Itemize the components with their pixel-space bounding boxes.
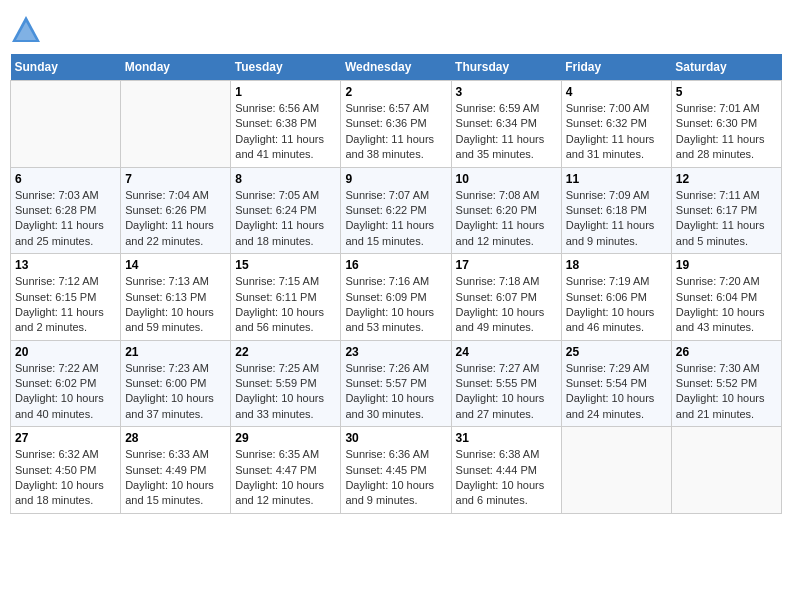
day-info: Sunrise: 7:13 AM Sunset: 6:13 PM Dayligh… — [125, 274, 226, 336]
calendar-cell: 8Sunrise: 7:05 AM Sunset: 6:24 PM Daylig… — [231, 167, 341, 254]
day-number: 3 — [456, 85, 557, 99]
calendar-table: SundayMondayTuesdayWednesdayThursdayFrid… — [10, 54, 782, 514]
day-info: Sunrise: 6:38 AM Sunset: 4:44 PM Dayligh… — [456, 447, 557, 509]
calendar-cell: 17Sunrise: 7:18 AM Sunset: 6:07 PM Dayli… — [451, 254, 561, 341]
logo-icon — [10, 14, 42, 46]
day-number: 28 — [125, 431, 226, 445]
day-number: 16 — [345, 258, 446, 272]
day-header-sunday: Sunday — [11, 54, 121, 81]
day-info: Sunrise: 7:11 AM Sunset: 6:17 PM Dayligh… — [676, 188, 777, 250]
calendar-cell: 11Sunrise: 7:09 AM Sunset: 6:18 PM Dayli… — [561, 167, 671, 254]
day-info: Sunrise: 7:19 AM Sunset: 6:06 PM Dayligh… — [566, 274, 667, 336]
day-info: Sunrise: 7:15 AM Sunset: 6:11 PM Dayligh… — [235, 274, 336, 336]
day-info: Sunrise: 7:01 AM Sunset: 6:30 PM Dayligh… — [676, 101, 777, 163]
day-number: 14 — [125, 258, 226, 272]
day-number: 31 — [456, 431, 557, 445]
day-number: 20 — [15, 345, 116, 359]
day-number: 27 — [15, 431, 116, 445]
calendar-cell: 10Sunrise: 7:08 AM Sunset: 6:20 PM Dayli… — [451, 167, 561, 254]
calendar-cell: 13Sunrise: 7:12 AM Sunset: 6:15 PM Dayli… — [11, 254, 121, 341]
calendar-cell: 4Sunrise: 7:00 AM Sunset: 6:32 PM Daylig… — [561, 81, 671, 168]
day-info: Sunrise: 7:07 AM Sunset: 6:22 PM Dayligh… — [345, 188, 446, 250]
calendar-cell: 2Sunrise: 6:57 AM Sunset: 6:36 PM Daylig… — [341, 81, 451, 168]
day-info: Sunrise: 7:25 AM Sunset: 5:59 PM Dayligh… — [235, 361, 336, 423]
day-info: Sunrise: 7:09 AM Sunset: 6:18 PM Dayligh… — [566, 188, 667, 250]
calendar-cell: 28Sunrise: 6:33 AM Sunset: 4:49 PM Dayli… — [121, 427, 231, 514]
day-info: Sunrise: 7:08 AM Sunset: 6:20 PM Dayligh… — [456, 188, 557, 250]
calendar-cell: 31Sunrise: 6:38 AM Sunset: 4:44 PM Dayli… — [451, 427, 561, 514]
day-info: Sunrise: 7:16 AM Sunset: 6:09 PM Dayligh… — [345, 274, 446, 336]
day-number: 19 — [676, 258, 777, 272]
day-number: 11 — [566, 172, 667, 186]
day-info: Sunrise: 7:23 AM Sunset: 6:00 PM Dayligh… — [125, 361, 226, 423]
day-number: 7 — [125, 172, 226, 186]
day-number: 13 — [15, 258, 116, 272]
day-info: Sunrise: 6:56 AM Sunset: 6:38 PM Dayligh… — [235, 101, 336, 163]
day-info: Sunrise: 7:12 AM Sunset: 6:15 PM Dayligh… — [15, 274, 116, 336]
calendar-cell: 30Sunrise: 6:36 AM Sunset: 4:45 PM Dayli… — [341, 427, 451, 514]
day-number: 2 — [345, 85, 446, 99]
day-number: 15 — [235, 258, 336, 272]
week-row-4: 20Sunrise: 7:22 AM Sunset: 6:02 PM Dayli… — [11, 340, 782, 427]
day-info: Sunrise: 6:36 AM Sunset: 4:45 PM Dayligh… — [345, 447, 446, 509]
day-info: Sunrise: 6:57 AM Sunset: 6:36 PM Dayligh… — [345, 101, 446, 163]
day-number: 10 — [456, 172, 557, 186]
week-row-5: 27Sunrise: 6:32 AM Sunset: 4:50 PM Dayli… — [11, 427, 782, 514]
calendar-cell: 29Sunrise: 6:35 AM Sunset: 4:47 PM Dayli… — [231, 427, 341, 514]
calendar-cell: 20Sunrise: 7:22 AM Sunset: 6:02 PM Dayli… — [11, 340, 121, 427]
calendar-cell — [561, 427, 671, 514]
day-info: Sunrise: 7:03 AM Sunset: 6:28 PM Dayligh… — [15, 188, 116, 250]
day-number: 6 — [15, 172, 116, 186]
day-number: 22 — [235, 345, 336, 359]
day-info: Sunrise: 7:00 AM Sunset: 6:32 PM Dayligh… — [566, 101, 667, 163]
day-info: Sunrise: 6:59 AM Sunset: 6:34 PM Dayligh… — [456, 101, 557, 163]
calendar-cell — [671, 427, 781, 514]
day-info: Sunrise: 6:35 AM Sunset: 4:47 PM Dayligh… — [235, 447, 336, 509]
calendar-cell: 24Sunrise: 7:27 AM Sunset: 5:55 PM Dayli… — [451, 340, 561, 427]
calendar-cell: 16Sunrise: 7:16 AM Sunset: 6:09 PM Dayli… — [341, 254, 451, 341]
calendar-cell: 5Sunrise: 7:01 AM Sunset: 6:30 PM Daylig… — [671, 81, 781, 168]
day-number: 24 — [456, 345, 557, 359]
day-info: Sunrise: 7:05 AM Sunset: 6:24 PM Dayligh… — [235, 188, 336, 250]
calendar-cell — [11, 81, 121, 168]
day-header-tuesday: Tuesday — [231, 54, 341, 81]
day-number: 26 — [676, 345, 777, 359]
day-header-monday: Monday — [121, 54, 231, 81]
day-number: 29 — [235, 431, 336, 445]
calendar-cell: 15Sunrise: 7:15 AM Sunset: 6:11 PM Dayli… — [231, 254, 341, 341]
calendar-cell: 14Sunrise: 7:13 AM Sunset: 6:13 PM Dayli… — [121, 254, 231, 341]
calendar-cell: 18Sunrise: 7:19 AM Sunset: 6:06 PM Dayli… — [561, 254, 671, 341]
day-info: Sunrise: 6:32 AM Sunset: 4:50 PM Dayligh… — [15, 447, 116, 509]
calendar-cell: 26Sunrise: 7:30 AM Sunset: 5:52 PM Dayli… — [671, 340, 781, 427]
page-header — [10, 10, 782, 46]
calendar-cell: 1Sunrise: 6:56 AM Sunset: 6:38 PM Daylig… — [231, 81, 341, 168]
day-info: Sunrise: 7:27 AM Sunset: 5:55 PM Dayligh… — [456, 361, 557, 423]
day-number: 8 — [235, 172, 336, 186]
day-number: 12 — [676, 172, 777, 186]
day-header-saturday: Saturday — [671, 54, 781, 81]
calendar-cell: 6Sunrise: 7:03 AM Sunset: 6:28 PM Daylig… — [11, 167, 121, 254]
day-info: Sunrise: 7:26 AM Sunset: 5:57 PM Dayligh… — [345, 361, 446, 423]
calendar-cell: 9Sunrise: 7:07 AM Sunset: 6:22 PM Daylig… — [341, 167, 451, 254]
week-row-3: 13Sunrise: 7:12 AM Sunset: 6:15 PM Dayli… — [11, 254, 782, 341]
day-header-friday: Friday — [561, 54, 671, 81]
day-number: 5 — [676, 85, 777, 99]
day-header-thursday: Thursday — [451, 54, 561, 81]
calendar-cell: 19Sunrise: 7:20 AM Sunset: 6:04 PM Dayli… — [671, 254, 781, 341]
day-info: Sunrise: 6:33 AM Sunset: 4:49 PM Dayligh… — [125, 447, 226, 509]
day-info: Sunrise: 7:04 AM Sunset: 6:26 PM Dayligh… — [125, 188, 226, 250]
day-info: Sunrise: 7:30 AM Sunset: 5:52 PM Dayligh… — [676, 361, 777, 423]
day-number: 17 — [456, 258, 557, 272]
day-info: Sunrise: 7:29 AM Sunset: 5:54 PM Dayligh… — [566, 361, 667, 423]
day-number: 1 — [235, 85, 336, 99]
calendar-cell: 27Sunrise: 6:32 AM Sunset: 4:50 PM Dayli… — [11, 427, 121, 514]
day-info: Sunrise: 7:20 AM Sunset: 6:04 PM Dayligh… — [676, 274, 777, 336]
calendar-cell: 21Sunrise: 7:23 AM Sunset: 6:00 PM Dayli… — [121, 340, 231, 427]
day-number: 25 — [566, 345, 667, 359]
calendar-cell: 3Sunrise: 6:59 AM Sunset: 6:34 PM Daylig… — [451, 81, 561, 168]
calendar-cell: 22Sunrise: 7:25 AM Sunset: 5:59 PM Dayli… — [231, 340, 341, 427]
day-info: Sunrise: 7:22 AM Sunset: 6:02 PM Dayligh… — [15, 361, 116, 423]
calendar-cell: 7Sunrise: 7:04 AM Sunset: 6:26 PM Daylig… — [121, 167, 231, 254]
week-row-2: 6Sunrise: 7:03 AM Sunset: 6:28 PM Daylig… — [11, 167, 782, 254]
calendar-cell: 25Sunrise: 7:29 AM Sunset: 5:54 PM Dayli… — [561, 340, 671, 427]
